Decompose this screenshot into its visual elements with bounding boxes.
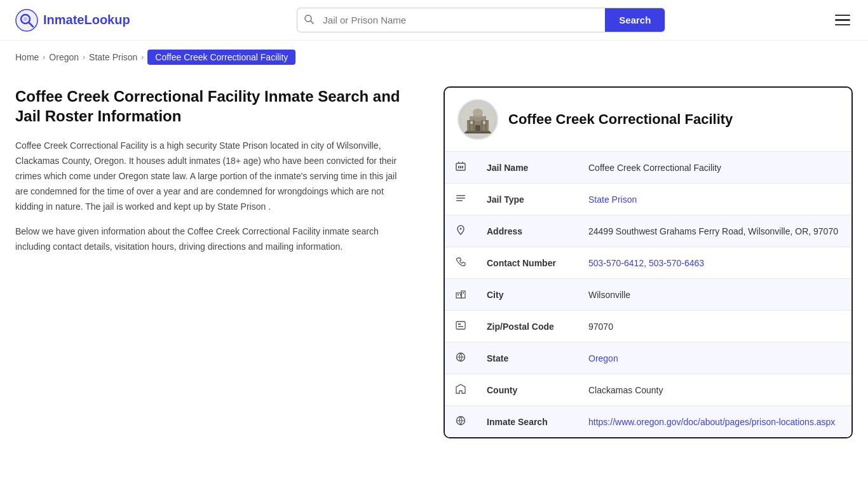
- breadcrumb-sep-3: ›: [141, 53, 144, 62]
- info-link[interactable]: 503-570-6412, 503-570-6463: [588, 258, 704, 268]
- menu-button[interactable]: [832, 12, 853, 29]
- table-row: State Oregon: [445, 342, 851, 374]
- svg-rect-33: [456, 322, 465, 329]
- search-globe-icon: [445, 406, 477, 438]
- svg-rect-18: [466, 131, 490, 132]
- svg-rect-26: [456, 200, 463, 201]
- svg-rect-29: [461, 291, 465, 298]
- list-icon: [445, 184, 477, 215]
- svg-point-27: [460, 228, 462, 230]
- svg-point-10: [473, 109, 483, 116]
- svg-rect-35: [458, 326, 463, 327]
- table-row: Contact Number 503-570-6412, 503-570-646…: [445, 247, 851, 279]
- svg-rect-30: [458, 294, 459, 295]
- zip-icon: [445, 311, 477, 342]
- facility-avatar: [458, 99, 498, 140]
- location-icon: [445, 215, 477, 247]
- svg-rect-34: [458, 323, 461, 325]
- info-table: Jail Name Coffee Creek Correctional Faci…: [445, 152, 851, 437]
- svg-rect-23: [460, 166, 461, 168]
- table-row: Inmate Search https://www.oregon.gov/doc…: [445, 406, 851, 438]
- info-cell: Wilsonville: [578, 279, 851, 311]
- hamburger-line-2: [835, 19, 850, 21]
- left-panel: Coffee Creek Correctional Facility Inmat…: [15, 86, 428, 438]
- breadcrumb-home[interactable]: Home: [15, 52, 39, 62]
- breadcrumb-sep-2: ›: [83, 53, 85, 62]
- info-cell[interactable]: https://www.oregon.gov/doc/about/pages/p…: [578, 406, 851, 438]
- info-link[interactable]: Oregon: [588, 353, 618, 363]
- info-label: Inmate Search: [477, 406, 578, 438]
- info-value: 97070: [588, 322, 613, 332]
- svg-rect-22: [462, 166, 463, 168]
- hamburger-line-1: [835, 15, 850, 17]
- info-value: 24499 Southwest Grahams Ferry Road, Wils…: [588, 226, 838, 236]
- main-content: Coffee Creek Correctional Facility Inmat…: [0, 74, 868, 464]
- breadcrumb-sep-1: ›: [43, 53, 45, 62]
- jail-icon: [445, 152, 477, 184]
- description-paragraph-1: Coffee Creek Correctional Facility is a …: [15, 139, 408, 214]
- info-link[interactable]: https://www.oregon.gov/doc/about/pages/p…: [588, 417, 835, 427]
- table-row: Jail Type State Prison: [445, 184, 851, 215]
- svg-rect-12: [473, 120, 475, 132]
- svg-line-5: [311, 21, 313, 24]
- page-heading: Coffee Creek Correctional Facility Inmat…: [15, 86, 408, 126]
- svg-rect-13: [481, 120, 483, 132]
- info-label: Contact Number: [477, 247, 578, 279]
- site-header: InmateLookup Search: [0, 0, 868, 41]
- table-row: Zip/Postal Code 97070: [445, 311, 851, 342]
- info-label: Jail Name: [477, 152, 578, 184]
- breadcrumb-state-prison[interactable]: State Prison: [89, 52, 137, 62]
- svg-rect-16: [470, 121, 473, 124]
- info-label: Jail Type: [477, 184, 578, 215]
- svg-rect-21: [458, 166, 459, 168]
- description-paragraph-2: Below we have given information about th…: [15, 224, 408, 255]
- info-cell[interactable]: 503-570-6412, 503-570-6463: [578, 247, 851, 279]
- table-row: City Wilsonville: [445, 279, 851, 311]
- globe-icon: [445, 342, 477, 374]
- info-cell: Coffee Creek Correctional Facility: [578, 152, 851, 184]
- info-label: County: [477, 374, 578, 406]
- info-label: Zip/Postal Code: [477, 311, 578, 342]
- search-button[interactable]: Search: [605, 8, 665, 32]
- breadcrumb-oregon[interactable]: Oregon: [49, 52, 79, 62]
- city-icon: [445, 279, 477, 311]
- svg-rect-19: [465, 132, 491, 133]
- breadcrumb: Home › Oregon › State Prison › Coffee Cr…: [0, 41, 868, 74]
- county-icon: [445, 374, 477, 406]
- search-input[interactable]: [320, 8, 605, 32]
- svg-rect-32: [463, 292, 464, 294]
- card-header: Coffee Creek Correctional Facility: [445, 88, 851, 152]
- table-row: County Clackamas County: [445, 374, 851, 406]
- info-label: City: [477, 279, 578, 311]
- search-bar: Search: [297, 8, 665, 32]
- info-cell: Clackamas County: [578, 374, 851, 406]
- info-value: Wilsonville: [588, 290, 630, 300]
- search-icon: [297, 14, 320, 27]
- info-cell[interactable]: Oregon: [578, 342, 851, 374]
- phone-icon: [445, 247, 477, 279]
- logo-icon: [15, 9, 38, 32]
- svg-rect-25: [456, 198, 465, 199]
- svg-rect-24: [456, 195, 465, 196]
- info-value: Coffee Creek Correctional Facility: [588, 163, 721, 173]
- svg-rect-31: [460, 294, 461, 295]
- info-value: Clackamas County: [588, 385, 663, 395]
- table-row: Jail Name Coffee Creek Correctional Faci…: [445, 152, 851, 184]
- info-label: Address: [477, 215, 578, 247]
- facility-image: [461, 102, 495, 137]
- svg-point-3: [24, 17, 27, 21]
- table-row: Address 24499 Southwest Grahams Ferry Ro…: [445, 215, 851, 247]
- svg-rect-17: [483, 121, 485, 124]
- card-title: Coffee Creek Correctional Facility: [508, 111, 733, 128]
- info-card: Coffee Creek Correctional Facility Jail …: [444, 86, 853, 438]
- logo[interactable]: InmateLookup: [15, 9, 130, 32]
- info-label: State: [477, 342, 578, 374]
- info-link[interactable]: State Prison: [588, 194, 637, 205]
- breadcrumb-active: Coffee Creek Correctional Facility: [147, 50, 295, 65]
- hamburger-line-3: [835, 24, 850, 26]
- info-cell: 97070: [578, 311, 851, 342]
- logo-text: InmateLookup: [43, 13, 130, 27]
- svg-rect-15: [475, 125, 480, 132]
- info-cell[interactable]: State Prison: [578, 184, 851, 215]
- info-cell: 24499 Southwest Grahams Ferry Road, Wils…: [578, 215, 851, 247]
